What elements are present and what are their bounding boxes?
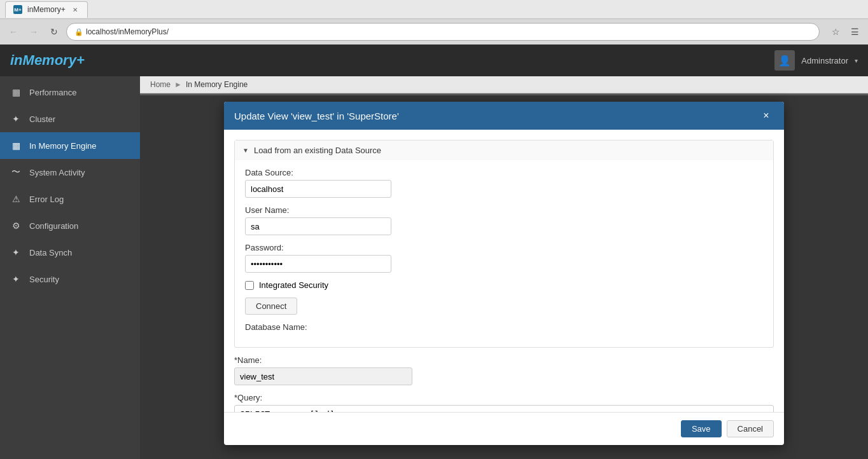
integrated-security-row: Integrated Security <box>245 280 763 290</box>
sidebar-label-security: Security <box>29 275 59 284</box>
user-name-label: User Name: <box>245 205 763 215</box>
sidebar-label-cluster: Cluster <box>29 114 55 124</box>
breadcrumb: Home ► In Memory Engine <box>140 76 868 93</box>
browser-titlebar: M+ inMemory+ ✕ <box>0 0 868 19</box>
data-source-section: ▼ Load from an existing Data Source Data… <box>234 140 774 348</box>
sidebar-item-in-memory-engine[interactable]: ▦ In Memory Engine <box>0 132 140 159</box>
query-label: *Query: <box>234 393 262 402</box>
modal-footer: Save Cancel <box>224 412 784 445</box>
admin-label: Adminstrator <box>801 56 848 65</box>
sidebar-label-system-activity: System Activity <box>29 168 85 177</box>
tab-close-button[interactable]: ✕ <box>71 5 80 14</box>
sidebar-label-data-synch: Data Synch <box>29 248 72 257</box>
section-title: Load from an existing Data Source <box>254 146 381 155</box>
sidebar-item-data-synch[interactable]: ✦ Data Synch <box>0 239 140 266</box>
app-header: inMemory+ 👤 Adminstrator ▾ <box>0 45 868 76</box>
password-label: Password: <box>245 243 763 252</box>
database-name-label: Database Name: <box>245 322 763 332</box>
collapsible-body: Data Source: User Name: Password: <box>235 160 773 347</box>
system-activity-icon: 〜 <box>9 165 23 179</box>
content-area: Home ► In Memory Engine Update View 'vie… <box>140 76 868 459</box>
password-input[interactable] <box>245 255 391 273</box>
collapsible-header[interactable]: ▼ Load from an existing Data Source <box>235 140 773 160</box>
cancel-button[interactable]: Cancel <box>727 420 774 437</box>
in-memory-engine-icon: ▦ <box>9 139 23 153</box>
name-group: *Name: <box>234 355 774 385</box>
modal-title: Update View 'view_test' in 'SuperStore' <box>234 111 399 121</box>
sidebar-item-performance[interactable]: ▦ Performance <box>0 79 140 106</box>
data-source-input[interactable] <box>245 180 391 198</box>
name-input[interactable] <box>234 367 412 385</box>
sidebar-item-cluster[interactable]: ✦ Cluster <box>0 106 140 132</box>
reload-button[interactable]: ↻ <box>46 24 62 40</box>
back-button[interactable]: ← <box>5 24 22 40</box>
address-bar[interactable]: 🔒 localhost/inMemoryPlus/ <box>66 23 820 41</box>
main-layout: ▦ Performance ✦ Cluster ▦ In Memory Engi… <box>0 76 868 459</box>
query-group: *Query: <box>234 393 774 412</box>
browser-tab[interactable]: M+ inMemory+ ✕ <box>5 1 88 18</box>
browser-nav-bar: ← → ↻ 🔒 localhost/inMemoryPlus/ ☆ ☰ <box>0 19 868 45</box>
sidebar-item-configuration[interactable]: ⚙ Configuration <box>0 212 140 239</box>
performance-icon: ▦ <box>9 85 23 99</box>
collapse-arrow-icon: ▼ <box>242 147 249 154</box>
query-textarea[interactable] <box>234 405 774 412</box>
breadcrumb-current: In Memory Engine <box>186 80 248 89</box>
bookmark-button[interactable]: ☆ <box>827 24 844 40</box>
password-group: Password: <box>245 243 763 273</box>
browser-chrome: M+ inMemory+ ✕ ← → ↻ 🔒 localhost/inMemor… <box>0 0 868 45</box>
database-name-group: Database Name: <box>245 322 763 332</box>
breadcrumb-separator: ► <box>174 80 182 89</box>
sidebar-label-error-log: Error Log <box>29 195 64 204</box>
header-right: 👤 Adminstrator ▾ <box>774 50 858 71</box>
data-source-label: Data Source: <box>245 168 763 177</box>
security-icon: ✦ <box>9 272 23 286</box>
address-text: localhost/inMemoryPlus/ <box>86 27 169 36</box>
user-name-input[interactable] <box>245 217 391 235</box>
sidebar-label-in-memory-engine: In Memory Engine <box>29 141 97 151</box>
admin-dropdown-arrow[interactable]: ▾ <box>855 57 858 64</box>
user-name-group: User Name: <box>245 205 763 235</box>
data-synch-icon: ✦ <box>9 245 23 259</box>
sidebar-item-security[interactable]: ✦ Security <box>0 266 140 292</box>
cluster-icon: ✦ <box>9 112 23 126</box>
nav-right-buttons: ☆ ☰ <box>827 24 863 40</box>
sidebar-label-performance: Performance <box>29 88 76 97</box>
update-view-modal: Update View 'view_test' in 'SuperStore' … <box>224 102 784 445</box>
integrated-security-label: Integrated Security <box>259 280 328 290</box>
sidebar-item-system-activity[interactable]: 〜 System Activity <box>0 159 140 186</box>
name-label: *Name: <box>234 355 262 365</box>
save-button[interactable]: Save <box>681 420 722 437</box>
modal-close-button[interactable]: × <box>759 108 774 123</box>
menu-button[interactable]: ☰ <box>846 24 863 40</box>
tab-title: inMemory+ <box>27 5 66 14</box>
data-source-group: Data Source: <box>245 168 763 198</box>
modal-header: Update View 'view_test' in 'SuperStore' … <box>224 102 784 130</box>
sidebar: ▦ Performance ✦ Cluster ▦ In Memory Engi… <box>0 76 140 459</box>
connect-button[interactable]: Connect <box>245 298 297 315</box>
forward-button[interactable]: → <box>25 24 42 40</box>
lock-icon: 🔒 <box>74 28 83 36</box>
modal-body: ▼ Load from an existing Data Source Data… <box>224 130 784 412</box>
error-log-icon: ⚠ <box>9 192 23 206</box>
sidebar-item-error-log[interactable]: ⚠ Error Log <box>0 186 140 212</box>
breadcrumb-home[interactable]: Home <box>150 80 171 89</box>
configuration-icon: ⚙ <box>9 219 23 233</box>
app-container: inMemory+ 👤 Adminstrator ▾ ▦ Performance… <box>0 45 868 459</box>
sidebar-label-configuration: Configuration <box>29 221 78 231</box>
app-logo: inMemory+ <box>10 52 85 69</box>
modal-overlay: Update View 'view_test' in 'SuperStore' … <box>140 95 868 459</box>
user-avatar: 👤 <box>774 50 795 71</box>
integrated-security-checkbox[interactable] <box>245 281 254 290</box>
tab-favicon: M+ <box>13 5 22 14</box>
